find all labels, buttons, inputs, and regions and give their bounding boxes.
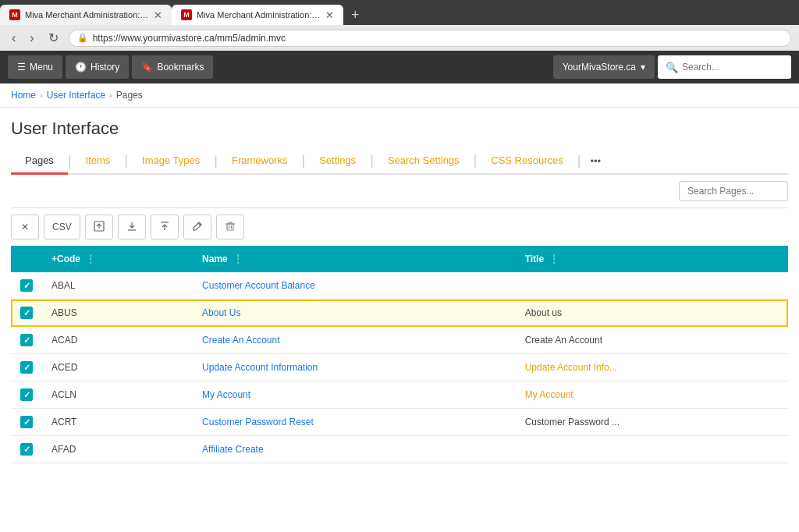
- delete-button[interactable]: [216, 215, 244, 239]
- row-checkbox[interactable]: [20, 388, 33, 401]
- row-name-link[interactable]: Customer Account Balance: [202, 280, 315, 291]
- tab-close-2[interactable]: ✕: [325, 10, 334, 20]
- menu-label: Menu: [30, 62, 53, 73]
- code-col-handle[interactable]: ⋮: [86, 254, 95, 264]
- history-label: History: [91, 62, 119, 73]
- row-name-link[interactable]: Update Account Information: [202, 362, 318, 373]
- forward-button[interactable]: ›: [26, 30, 37, 47]
- row-name[interactable]: Create An Account: [193, 327, 516, 354]
- browser-tab-2[interactable]: M Miva Merchant Administration: j... ✕: [172, 5, 343, 25]
- row-title-link[interactable]: My Account: [525, 389, 574, 400]
- clear-button[interactable]: ✕: [11, 215, 39, 239]
- table-header-row: +Code ⋮ Name ⋮ Title ⋮: [11, 246, 788, 272]
- download-button[interactable]: [118, 215, 146, 239]
- row-code: ACED: [42, 354, 193, 381]
- title-col-handle[interactable]: ⋮: [549, 254, 559, 264]
- page-content: User Interface Pages | Items | Image Typ…: [0, 108, 799, 463]
- tab-items[interactable]: Items: [72, 148, 125, 175]
- row-checkbox-cell[interactable]: [11, 436, 42, 463]
- edit-button[interactable]: [183, 215, 211, 239]
- store-selector[interactable]: YourMivaStore.ca ▾: [553, 55, 655, 79]
- row-checkbox[interactable]: [20, 416, 33, 428]
- row-name-link[interactable]: Create An Account: [202, 335, 279, 346]
- row-title-link[interactable]: Update Account Info...: [525, 362, 617, 373]
- row-name[interactable]: My Account: [193, 381, 516, 409]
- tab-css-resources[interactable]: CSS Resources: [477, 148, 577, 175]
- tab-favicon-1: M: [9, 9, 20, 20]
- tab-image-types[interactable]: Image Types: [128, 148, 214, 175]
- table-row: ACLNMy AccountMy Account: [11, 381, 788, 409]
- bookmarks-button[interactable]: 🔖 Bookmarks: [132, 55, 213, 79]
- breadcrumb-home[interactable]: Home: [11, 90, 36, 101]
- name-col-handle[interactable]: ⋮: [233, 254, 243, 264]
- lock-icon: 🔒: [77, 33, 88, 43]
- row-checkbox-cell[interactable]: [11, 354, 42, 381]
- upload-button[interactable]: [151, 215, 179, 239]
- row-checkbox-cell[interactable]: [11, 381, 42, 409]
- download-icon: [126, 221, 137, 234]
- search-pages-input[interactable]: [679, 181, 788, 201]
- header-checkbox-col: [11, 246, 42, 272]
- row-checkbox[interactable]: [20, 279, 33, 292]
- tab-close-1[interactable]: ✕: [154, 10, 162, 20]
- new-tab-button[interactable]: +: [343, 7, 368, 23]
- row-checkbox-cell[interactable]: [11, 272, 42, 300]
- row-name-link[interactable]: Customer Password Reset: [202, 417, 314, 427]
- header-title-label: Title: [525, 254, 544, 264]
- row-name[interactable]: About Us: [193, 300, 516, 327]
- header-name-label: Name: [202, 254, 228, 264]
- search-input[interactable]: [682, 62, 783, 73]
- back-button[interactable]: ‹: [8, 30, 20, 47]
- breadcrumb-current: Pages: [116, 90, 143, 101]
- row-name[interactable]: Affiliate Create: [193, 436, 516, 463]
- row-code: AFAD: [42, 436, 193, 463]
- tab-pages[interactable]: Pages: [11, 148, 68, 175]
- app-header: ☰ Menu 🕐 History 🔖 Bookmarks YourMivaSto…: [0, 51, 799, 83]
- row-checkbox-cell[interactable]: [11, 300, 42, 327]
- header-code[interactable]: +Code ⋮: [42, 246, 193, 272]
- table-row: ACADCreate An AccountCreate An Account: [11, 327, 788, 354]
- row-title: About us: [516, 300, 788, 327]
- export-button[interactable]: [85, 215, 113, 239]
- row-name-link[interactable]: About Us: [202, 307, 240, 318]
- row-checkbox[interactable]: [20, 443, 33, 456]
- header-search[interactable]: 🔍: [658, 55, 791, 79]
- breadcrumb-sep-1: ›: [40, 90, 43, 100]
- row-name-link[interactable]: My Account: [202, 389, 250, 400]
- row-checkbox[interactable]: [20, 307, 33, 319]
- row-title: Create An Account: [516, 327, 788, 354]
- row-name-link[interactable]: Affiliate Create: [202, 444, 264, 455]
- csv-button[interactable]: CSV: [44, 215, 80, 239]
- header-title[interactable]: Title ⋮: [516, 246, 788, 272]
- row-checkbox-cell[interactable]: [11, 409, 42, 436]
- header-name[interactable]: Name ⋮: [193, 246, 516, 272]
- table-row: ACRTCustomer Password ResetCustomer Pass…: [11, 409, 788, 436]
- browser-tab-1[interactable]: M Miva Merchant Administration: j... ✕: [0, 5, 172, 25]
- table-row: ABUSAbout UsAbout us: [11, 300, 788, 327]
- upload-icon: [159, 221, 170, 234]
- edit-icon: [192, 221, 203, 234]
- row-title[interactable]: Update Account Info...: [516, 354, 788, 381]
- tab-title-2: Miva Merchant Administration: j...: [197, 10, 321, 20]
- action-bar: ✕ CSV: [11, 208, 788, 246]
- row-code: ACAD: [42, 327, 193, 354]
- row-checkbox[interactable]: [20, 361, 33, 374]
- row-title[interactable]: My Account: [516, 381, 788, 409]
- dropdown-arrow-icon: ▾: [641, 62, 645, 73]
- tab-favicon-2: M: [181, 9, 192, 20]
- row-name[interactable]: Update Account Information: [193, 354, 516, 381]
- tab-more-button[interactable]: •••: [581, 151, 610, 172]
- tab-settings[interactable]: Settings: [305, 148, 370, 175]
- tab-search-settings[interactable]: Search Settings: [374, 148, 474, 175]
- breadcrumb-user-interface[interactable]: User Interface: [47, 90, 105, 101]
- browser-tabs: M Miva Merchant Administration: j... ✕ M…: [0, 0, 799, 25]
- row-name[interactable]: Customer Account Balance: [193, 272, 516, 300]
- row-name[interactable]: Customer Password Reset: [193, 409, 516, 436]
- reload-button[interactable]: ↻: [44, 29, 62, 47]
- url-bar[interactable]: 🔒 https://www.yourmivastore.ca/mm5/admin…: [69, 30, 791, 47]
- tab-frameworks[interactable]: Frameworks: [218, 148, 302, 175]
- history-button[interactable]: 🕐 History: [66, 55, 129, 79]
- row-checkbox-cell[interactable]: [11, 327, 42, 354]
- menu-button[interactable]: ☰ Menu: [8, 55, 62, 79]
- row-checkbox[interactable]: [20, 334, 33, 346]
